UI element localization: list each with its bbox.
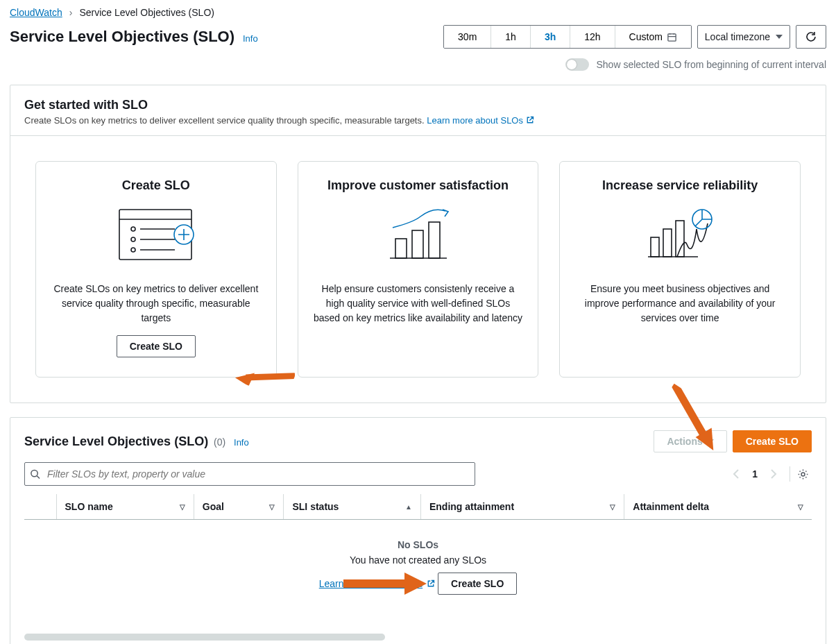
svg-rect-9 (651, 237, 659, 257)
refresh-button[interactable] (796, 25, 826, 49)
col-select (24, 494, 56, 520)
svg-point-2 (131, 227, 135, 231)
col-label: Ending attainment (429, 501, 514, 512)
show-from-beginning-toggle[interactable] (565, 58, 589, 71)
create-slo-button-primary[interactable]: Create SLO (733, 430, 812, 452)
empty-state: No SLOs You have not created any SLOs Le… (24, 520, 812, 614)
col-attainment-delta[interactable]: Attainment delta▽ (624, 494, 812, 520)
list-add-icon (118, 207, 194, 262)
list-title: Service Level Objectives (SLO) (24, 434, 208, 448)
calendar-icon (667, 32, 677, 42)
empty-title: No SLOs (24, 539, 812, 550)
breadcrumb: CloudWatch › Service Level Objectives (S… (10, 7, 826, 18)
sort-caret-icon: ▽ (798, 503, 803, 511)
gear-icon (797, 468, 809, 480)
getstarted-title: Get started with SLO (24, 98, 812, 112)
slo-list-panel: Service Level Objectives (SLO) (0) Info … (10, 417, 826, 644)
external-link-icon (427, 579, 435, 588)
caret-down-icon (707, 439, 714, 443)
timezone-label: Local timezone (705, 31, 770, 42)
breadcrumb-current: Service Level Objectives (SLO) (79, 7, 214, 18)
time-range-custom[interactable]: Custom (615, 26, 691, 48)
card-increase-reliability: Increase service reliability Ensure you … (559, 161, 801, 378)
col-ending-attainment[interactable]: Ending attainment▽ (420, 494, 624, 520)
time-range-1h[interactable]: 1h (491, 26, 531, 48)
card-create-slo: Create SLO Create SLOs on key metrics to… (35, 161, 277, 378)
card-body: Ensure you meet business objectives and … (574, 282, 786, 325)
svg-point-13 (31, 470, 37, 476)
sort-caret-icon: ▽ (180, 503, 185, 511)
col-label: SLI status (292, 501, 339, 512)
actions-button[interactable]: Actions (654, 430, 726, 452)
time-range-3h[interactable]: 3h (531, 26, 570, 48)
col-goal[interactable]: Goal▽ (194, 494, 284, 520)
bar-trend-icon (387, 207, 450, 262)
filter-input[interactable] (24, 462, 475, 486)
time-range-custom-label: Custom (629, 31, 663, 42)
create-slo-button-card[interactable]: Create SLO (117, 335, 196, 357)
svg-rect-11 (676, 221, 684, 257)
list-info-link[interactable]: Info (234, 437, 249, 448)
card-body: Create SLOs on key metrics to deliver ex… (50, 282, 262, 325)
toggle-label: Show selected SLO from beginning of curr… (596, 59, 826, 70)
pager-next[interactable] (767, 466, 780, 482)
toggle-row: Show selected SLO from beginning of curr… (10, 58, 826, 71)
external-link-icon (526, 116, 534, 126)
svg-rect-10 (663, 229, 672, 257)
getstarted-learn-link[interactable]: Learn more about SLOs (427, 115, 534, 126)
col-label: Attainment delta (633, 501, 709, 512)
svg-rect-0 (668, 33, 676, 40)
horizontal-scrollbar[interactable] (24, 634, 385, 641)
svg-point-14 (801, 473, 805, 476)
card-title: Increase service reliability (602, 178, 758, 193)
search-icon (30, 469, 40, 480)
card-title: Improve customer satisfaction (327, 178, 509, 193)
info-link[interactable]: Info (243, 33, 258, 44)
pager-current: 1 (747, 468, 763, 480)
time-controls: 30m 1h 3h 12h Custom Local timezone (443, 25, 826, 49)
getstarted-subtitle: Create SLOs on key metrics to deliver ex… (24, 115, 425, 126)
col-label: SLO name (65, 501, 113, 512)
getstarted-learn-label: Learn more about SLOs (427, 115, 523, 126)
create-slo-button-empty[interactable]: Create SLO (438, 573, 517, 595)
actions-label: Actions (667, 436, 702, 447)
slo-table: SLO name▽ Goal▽ SLI status▲ Ending attai… (24, 494, 812, 520)
time-range-picker: 30m 1h 3h 12h Custom (443, 25, 692, 49)
annotation-arrow-icon (234, 355, 296, 400)
separator (790, 466, 790, 482)
time-range-12h[interactable]: 12h (570, 26, 615, 48)
chevron-right-icon: › (69, 7, 73, 18)
empty-learn-label: Learn more about SLOs (319, 578, 423, 589)
list-count: (0) (214, 437, 225, 448)
chevron-right-icon (770, 469, 777, 479)
svg-rect-6 (395, 239, 407, 258)
page-title: Service Level Objectives (SLO) (10, 28, 234, 45)
chevron-left-icon (733, 469, 740, 479)
pager-prev[interactable] (730, 466, 742, 482)
empty-subtitle: You have not created any SLOs (24, 554, 812, 566)
card-title: Create SLO (122, 178, 190, 193)
timezone-select[interactable]: Local timezone (697, 25, 790, 49)
page-header: Service Level Objectives (SLO) Info 30m … (10, 25, 826, 49)
refresh-icon (805, 31, 817, 42)
card-improve-satisfaction: Improve customer satisfaction Help ensur… (298, 161, 539, 378)
sort-caret-icon: ▽ (269, 503, 275, 511)
sort-asc-icon: ▲ (405, 503, 412, 511)
card-body: Help ensure customers consistenly receiv… (312, 282, 524, 325)
svg-point-4 (131, 248, 135, 252)
analytics-icon (645, 207, 715, 262)
get-started-panel: Get started with SLO Create SLOs on key … (10, 85, 826, 403)
svg-point-3 (131, 237, 135, 242)
svg-rect-8 (429, 222, 440, 258)
sort-caret-icon: ▽ (610, 503, 615, 511)
time-range-30m[interactable]: 30m (444, 26, 491, 48)
col-slo-name[interactable]: SLO name▽ (56, 494, 194, 520)
breadcrumb-root[interactable]: CloudWatch (10, 7, 62, 18)
empty-learn-link[interactable]: Learn more about SLOs (319, 578, 435, 589)
settings-button[interactable] (794, 466, 812, 483)
col-sli-status[interactable]: SLI status▲ (284, 494, 420, 520)
caret-down-icon (776, 35, 783, 39)
col-label: Goal (203, 501, 224, 512)
svg-rect-7 (412, 230, 423, 258)
